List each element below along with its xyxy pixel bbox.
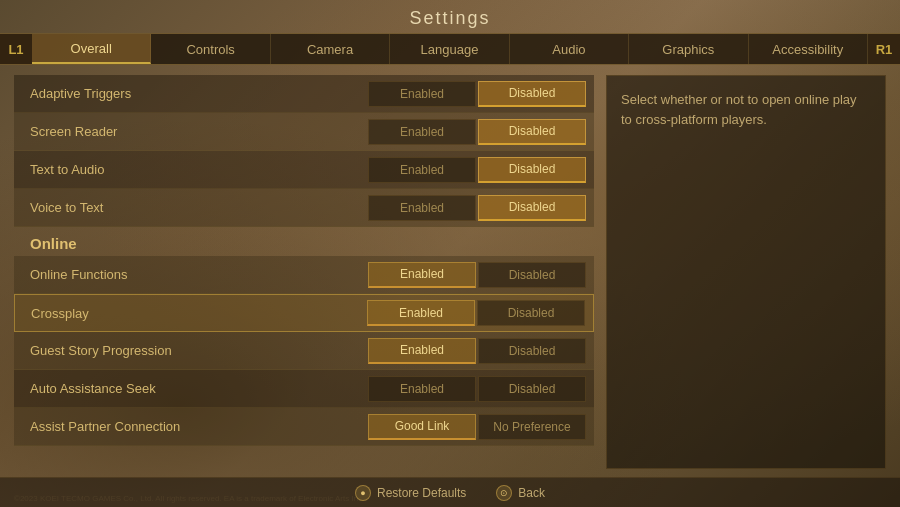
row-screen-reader: Screen Reader Enabled Disabled [14, 113, 594, 151]
controls-adaptive-triggers: Enabled Disabled [368, 81, 586, 107]
section-header-online: Online [14, 227, 594, 256]
label-guest-story-progression: Guest Story Progression [14, 343, 368, 358]
label-voice-to-text: Voice to Text [14, 200, 368, 215]
description-text: Select whether or not to open online pla… [621, 90, 871, 129]
restore-defaults-button[interactable]: ● Restore Defaults [355, 485, 466, 501]
controls-text-to-audio: Enabled Disabled [368, 157, 586, 183]
btn-text-to-audio-disabled[interactable]: Disabled [478, 157, 586, 183]
tab-controls[interactable]: Controls [151, 34, 270, 64]
btn-crossplay-disabled[interactable]: Disabled [477, 300, 585, 326]
row-crossplay: Crossplay Enabled Disabled [14, 294, 594, 332]
tab-bar: L1 Overall Controls Camera Language Audi… [0, 33, 900, 65]
label-text-to-audio: Text to Audio [14, 162, 368, 177]
btn-online-functions-enabled[interactable]: Enabled [368, 262, 476, 288]
row-adaptive-triggers: Adaptive Triggers Enabled Disabled [14, 75, 594, 113]
tab-overall[interactable]: Overall [32, 34, 151, 64]
row-auto-assistance-seek: Auto Assistance Seek Enabled Disabled [14, 370, 594, 408]
label-screen-reader: Screen Reader [14, 124, 368, 139]
controls-online-functions: Enabled Disabled [368, 262, 586, 288]
label-crossplay: Crossplay [15, 306, 367, 321]
row-online-functions: Online Functions Enabled Disabled [14, 256, 594, 294]
back-label: Back [518, 486, 545, 500]
btn-online-functions-disabled[interactable]: Disabled [478, 262, 586, 288]
tab-accessibility[interactable]: Accessibility [749, 34, 868, 64]
btn-assist-no-preference[interactable]: No Preference [478, 414, 586, 440]
btn-adaptive-triggers-disabled[interactable]: Disabled [478, 81, 586, 107]
label-assist-partner-connection: Assist Partner Connection [14, 419, 368, 434]
content-area: Adaptive Triggers Enabled Disabled Scree… [0, 65, 900, 477]
bottom-bar: ● Restore Defaults ⊙ Back [0, 477, 900, 507]
controls-screen-reader: Enabled Disabled [368, 119, 586, 145]
controls-assist-partner-connection: Good Link No Preference [368, 414, 586, 440]
r1-indicator: R1 [868, 34, 900, 64]
title-bar: Settings [0, 0, 900, 33]
controls-voice-to-text: Enabled Disabled [368, 195, 586, 221]
restore-icon: ● [355, 485, 371, 501]
label-adaptive-triggers: Adaptive Triggers [14, 86, 368, 101]
tab-camera[interactable]: Camera [271, 34, 390, 64]
row-guest-story-progression: Guest Story Progression Enabled Disabled [14, 332, 594, 370]
controls-crossplay: Enabled Disabled [367, 300, 585, 326]
label-online-functions: Online Functions [14, 267, 368, 282]
tab-graphics[interactable]: Graphics [629, 34, 748, 64]
page-title: Settings [0, 8, 900, 29]
btn-guest-story-enabled[interactable]: Enabled [368, 338, 476, 364]
row-assist-partner-connection: Assist Partner Connection Good Link No P… [14, 408, 594, 446]
restore-label: Restore Defaults [377, 486, 466, 500]
back-icon: ⊙ [496, 485, 512, 501]
btn-crossplay-enabled[interactable]: Enabled [367, 300, 475, 326]
btn-text-to-audio-enabled[interactable]: Enabled [368, 157, 476, 183]
back-button[interactable]: ⊙ Back [496, 485, 545, 501]
btn-voice-to-text-disabled[interactable]: Disabled [478, 195, 586, 221]
tab-language[interactable]: Language [390, 34, 509, 64]
btn-guest-story-disabled[interactable]: Disabled [478, 338, 586, 364]
label-auto-assistance-seek: Auto Assistance Seek [14, 381, 368, 396]
controls-guest-story-progression: Enabled Disabled [368, 338, 586, 364]
btn-screen-reader-disabled[interactable]: Disabled [478, 119, 586, 145]
row-text-to-audio: Text to Audio Enabled Disabled [14, 151, 594, 189]
right-panel: Select whether or not to open online pla… [606, 75, 886, 469]
btn-assist-good-link[interactable]: Good Link [368, 414, 476, 440]
controls-auto-assistance-seek: Enabled Disabled [368, 376, 586, 402]
btn-auto-assistance-enabled[interactable]: Enabled [368, 376, 476, 402]
btn-auto-assistance-disabled[interactable]: Disabled [478, 376, 586, 402]
tab-audio[interactable]: Audio [510, 34, 629, 64]
btn-voice-to-text-enabled[interactable]: Enabled [368, 195, 476, 221]
row-voice-to-text: Voice to Text Enabled Disabled [14, 189, 594, 227]
btn-adaptive-triggers-enabled[interactable]: Enabled [368, 81, 476, 107]
l1-indicator: L1 [0, 34, 32, 64]
left-panel: Adaptive Triggers Enabled Disabled Scree… [14, 75, 594, 469]
btn-screen-reader-enabled[interactable]: Enabled [368, 119, 476, 145]
